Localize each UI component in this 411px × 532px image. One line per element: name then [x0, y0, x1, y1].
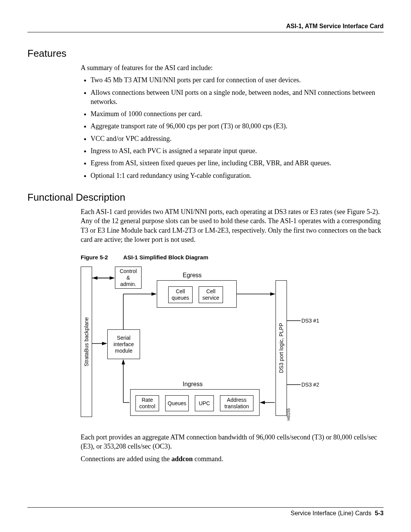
control-admin-box: Control & admin.: [115, 267, 142, 289]
feature-item: Maximum of 1000 connections per card.: [91, 109, 384, 118]
address-translation-box: Address translation: [220, 395, 253, 411]
features-list: Two 45 Mb T3 ATM UNI/NNI ports per card …: [81, 75, 384, 180]
after-figure-para2: Connections are added using the addcon c…: [81, 454, 384, 463]
block-diagram: StrataBus backplane Control & admin. Egr…: [81, 263, 370, 423]
funcdesc-para: Each ASI-1 card provides two ATM UNI/NNI…: [81, 207, 384, 244]
serial-interface-module-box: Serial interface module: [107, 329, 140, 359]
upc-box: UPC: [195, 395, 214, 411]
figure-id-label: H8155: [286, 408, 291, 421]
footer-text: Service Interface (Line) Cards 5-3: [27, 510, 384, 517]
rate-control-box: Rate control: [135, 395, 159, 411]
after-figure-para1: Each port provides an aggregate ATM conn…: [81, 433, 384, 451]
funcdesc-heading: Functional Description: [27, 192, 384, 203]
after-figure-text: Each port provides an aggregate ATM conn…: [81, 433, 384, 463]
figure-caption: Figure 5-2 ASI-1 Simplified Block Diagra…: [81, 254, 384, 260]
features-heading: Features: [27, 48, 384, 59]
stratabus-backplane-label: StrataBus backplane: [83, 317, 90, 366]
ds3-2-label: DS3 #2: [301, 382, 319, 388]
cell-queues-box: Cell queues: [168, 286, 193, 303]
egress-label: Egress: [183, 272, 202, 279]
queues-box: Queues: [165, 395, 189, 411]
figure-title: ASI-1 Simplified Block Diagram: [123, 254, 208, 260]
ingress-label: Ingress: [183, 381, 202, 388]
page-footer: Service Interface (Line) Cards 5-3: [27, 507, 384, 517]
feature-item: Two 45 Mb T3 ATM UNI/NNI ports per card …: [91, 75, 384, 85]
header-rule: [27, 32, 384, 32]
ds3-1-label: DS3 #1: [301, 318, 319, 324]
funcdesc-body: Each ASI-1 card provides two ATM UNI/NNI…: [81, 207, 384, 244]
feature-item: Optional 1:1 card redundancy using Y-cab…: [91, 171, 384, 180]
feature-item: VCC and/or VPC addressing.: [91, 134, 384, 143]
stratabus-backplane-box: StrataBus backplane: [81, 267, 92, 417]
footer-rule: [27, 507, 384, 508]
feature-item: Aggregate transport rate of 96,000 cps p…: [91, 121, 384, 131]
header-title: ASI-1, ATM Service Interface Card: [27, 23, 384, 30]
ds3-port-logic-box: DS3 port logic, PLPP: [276, 280, 287, 416]
features-body: A summary of features for the ASI card i…: [81, 63, 384, 180]
ds3-port-logic-label: DS3 port logic, PLPP: [278, 323, 285, 373]
figure-label: Figure 5-2: [81, 254, 108, 260]
feature-item: Allows connections between UNI ports on …: [91, 88, 384, 107]
feature-item: Ingress to ASI, each PVC is assigned a s…: [91, 146, 384, 155]
cell-service-box: Cell service: [199, 286, 223, 303]
feature-item: Egress from ASI, sixteen fixed queues pe…: [91, 158, 384, 168]
features-intro: A summary of features for the ASI card i…: [81, 63, 384, 72]
